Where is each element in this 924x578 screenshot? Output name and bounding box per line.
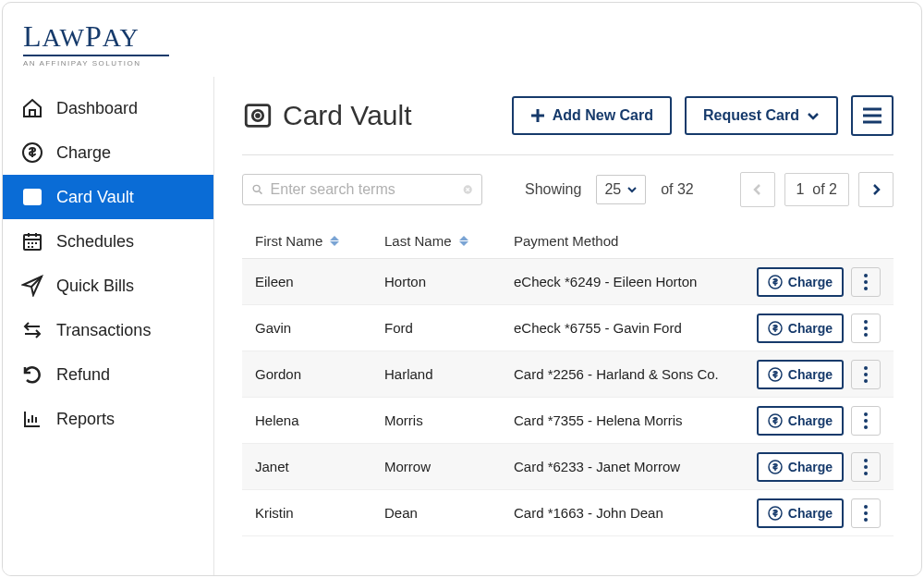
sidebar-item-label: Charge	[56, 143, 111, 163]
cell-last-name: Harland	[384, 366, 514, 382]
content: Card Vault Add New Card Request Card	[213, 77, 921, 575]
charge-button[interactable]: Charge	[757, 406, 844, 436]
sidebar: Dashboard Charge Card Vault Schedules Qu…	[3, 77, 213, 575]
row-menu-button[interactable]	[851, 267, 881, 297]
charge-button[interactable]: Charge	[757, 360, 844, 389]
dollar-icon	[768, 460, 783, 474]
table-row: GordonHarlandCard *2256 - Harland & Sons…	[242, 351, 894, 398]
kebab-icon	[864, 505, 868, 522]
svg-point-25	[864, 425, 868, 429]
button-label: Charge	[788, 275, 833, 289]
logo-tagline: AN AFFINIPAY SOLUTION	[23, 59, 901, 68]
svg-point-15	[864, 320, 868, 324]
prev-page-button[interactable]	[740, 172, 775, 207]
request-card-button[interactable]: Request Card	[685, 96, 838, 135]
sidebar-item-label: Quick Bills	[56, 277, 134, 296]
dollar-icon	[768, 413, 783, 428]
sidebar-item-label: Transactions	[56, 321, 151, 340]
row-menu-button[interactable]	[851, 452, 881, 482]
home-icon	[21, 97, 43, 119]
page-size-select[interactable]: 25	[596, 175, 646, 204]
kebab-icon	[864, 459, 868, 475]
cell-payment-method: eCheck *6249 - Eileen Horton	[514, 274, 742, 289]
cell-first-name: Kristin	[255, 505, 384, 521]
row-menu-button[interactable]	[851, 406, 881, 436]
button-label: Add New Card	[553, 107, 653, 124]
charge-button[interactable]: Charge	[757, 314, 844, 343]
svg-point-32	[864, 511, 868, 515]
table-row: EileenHortoneCheck *6249 - Eileen Horton…	[242, 259, 894, 305]
page-indicator: 1 of 2	[784, 173, 849, 206]
table-header: First Name Last Name Payment Method	[242, 224, 894, 259]
next-page-button[interactable]	[858, 172, 894, 207]
cell-first-name: Helena	[255, 412, 384, 428]
kebab-icon	[864, 320, 868, 337]
cell-payment-method: eCheck *6755 - Gavin Ford	[514, 320, 742, 336]
charge-button[interactable]: Charge	[757, 267, 844, 297]
button-label: Charge	[788, 367, 833, 382]
sort-icon	[459, 236, 468, 246]
sidebar-item-schedules[interactable]: Schedules	[3, 219, 213, 264]
swap-icon	[21, 319, 43, 341]
search-input[interactable]	[271, 181, 456, 198]
calendar-icon	[21, 230, 43, 252]
dollar-icon	[768, 275, 783, 289]
sidebar-item-transactions[interactable]: Transactions	[3, 308, 213, 352]
search-icon	[252, 180, 263, 199]
svg-point-28	[864, 465, 868, 469]
button-label: Charge	[788, 413, 833, 428]
row-menu-button[interactable]	[851, 360, 881, 389]
sidebar-item-card-vault[interactable]: Card Vault	[3, 175, 213, 219]
table-row: JanetMorrowCard *6233 - Janet MorrowChar…	[242, 444, 894, 490]
col-payment-method: Payment Method	[514, 233, 742, 249]
col-last-name[interactable]: Last Name	[384, 233, 514, 249]
sidebar-item-charge[interactable]: Charge	[3, 130, 213, 175]
col-label: Last Name	[384, 233, 452, 249]
page-size-value: 25	[604, 181, 621, 198]
paging-total: of 32	[661, 181, 694, 198]
showing-label: Showing	[525, 181, 581, 198]
search-box[interactable]	[242, 174, 482, 205]
row-menu-button[interactable]	[851, 314, 881, 343]
sidebar-item-refund[interactable]: Refund	[3, 352, 213, 397]
svg-point-19	[864, 366, 868, 370]
cell-payment-method: Card *7355 - Helena Morris	[514, 412, 742, 428]
svg-point-12	[864, 280, 868, 284]
hamburger-icon	[862, 107, 882, 124]
svg-point-21	[864, 379, 868, 383]
svg-point-8	[253, 185, 260, 191]
sidebar-item-reports[interactable]: Reports	[3, 397, 213, 441]
undo-icon	[21, 363, 43, 386]
dollar-icon	[768, 506, 783, 521]
svg-point-33	[864, 518, 868, 522]
clear-icon[interactable]	[463, 181, 472, 198]
vault-icon	[242, 100, 274, 131]
svg-point-13	[864, 287, 868, 290]
cell-last-name: Morrow	[384, 459, 514, 474]
button-label: Request Card	[703, 107, 799, 124]
card-table: First Name Last Name Payment Method Eile…	[242, 224, 894, 575]
sidebar-item-quick-bills[interactable]: Quick Bills	[3, 264, 213, 308]
col-label: Payment Method	[514, 233, 618, 249]
chevron-right-icon	[870, 183, 881, 196]
sidebar-item-label: Schedules	[56, 232, 134, 252]
sidebar-item-dashboard[interactable]: Dashboard	[3, 86, 213, 130]
cell-first-name: Eileen	[255, 274, 384, 289]
add-new-card-button[interactable]: Add New Card	[512, 96, 672, 135]
chevron-down-icon	[807, 109, 820, 122]
col-first-name[interactable]: First Name	[255, 233, 384, 249]
kebab-icon	[864, 366, 868, 383]
svg-point-17	[864, 333, 868, 337]
charge-button[interactable]: Charge	[757, 498, 844, 528]
sidebar-item-label: Card Vault	[56, 188, 134, 207]
menu-button[interactable]	[851, 95, 894, 136]
row-menu-button[interactable]	[851, 498, 881, 528]
plus-icon	[530, 108, 545, 123]
sidebar-item-label: Refund	[56, 365, 110, 385]
header: LAWPAY AN AFFINIPAY SOLUTION	[3, 3, 921, 77]
svg-point-20	[864, 373, 868, 376]
svg-point-29	[864, 472, 868, 475]
charge-button[interactable]: Charge	[757, 452, 844, 482]
total-pages: of 2	[812, 181, 837, 197]
table-row: HelenaMorrisCard *7355 - Helena MorrisCh…	[242, 398, 894, 444]
